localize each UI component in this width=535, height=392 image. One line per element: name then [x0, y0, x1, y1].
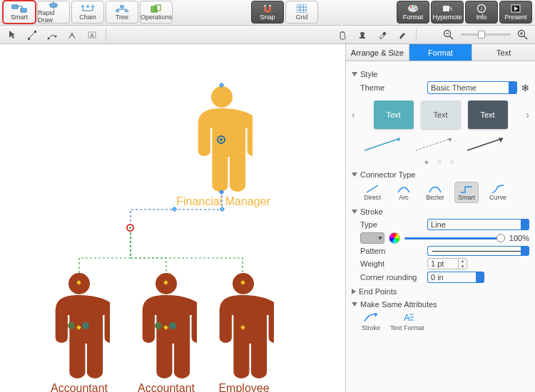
mode-tree[interactable]: Tree [106, 1, 138, 24]
mode-ops-label: Operations [141, 14, 172, 21]
brush-tool[interactable] [394, 28, 410, 42]
shape-employee[interactable] [213, 272, 274, 379]
chain-icon [80, 4, 96, 14]
corner-rounding-field[interactable]: 0 in [427, 272, 484, 283]
mode-format[interactable]: Format [397, 1, 429, 24]
svg-line-34 [450, 36, 454, 39]
arrow-style-3[interactable] [466, 136, 507, 152]
text-tool[interactable]: A [84, 28, 100, 42]
hand-tool[interactable] [335, 28, 350, 42]
shape-accountant-2[interactable] [136, 272, 197, 379]
label-accountant-1: Accountant [40, 382, 118, 392]
mode-info[interactable]: i Info [465, 1, 498, 24]
svg-rect-6 [120, 5, 124, 8]
label-employee: Employee [208, 382, 280, 392]
mode-present[interactable]: Present [499, 1, 532, 24]
theme-swatch-1[interactable]: Text [374, 100, 414, 129]
stroke-opacity-slider[interactable] [404, 237, 505, 239]
connector-direct[interactable]: Direct [360, 182, 384, 203]
rapid-draw-icon [46, 1, 61, 9]
svg-rect-32 [382, 31, 387, 36]
stroke-type-label: Type [360, 220, 423, 229]
svg-rect-22 [28, 38, 30, 40]
mode-cluster-right: Format Hypernote i Info Present [397, 1, 532, 24]
svg-point-25 [55, 35, 57, 37]
mode-snap-label: Snap [260, 14, 275, 21]
mode-info-label: Info [476, 14, 486, 21]
connector-arc[interactable]: Arc [392, 182, 416, 203]
mode-grid[interactable]: Grid [285, 1, 318, 24]
theme-swatch-2[interactable]: Text [421, 100, 461, 129]
svg-rect-9 [151, 6, 157, 12]
arrow-style-1[interactable] [363, 136, 404, 152]
svg-text:A: A [90, 32, 94, 38]
stroke-weight-field[interactable]: 1 pt▲▼ [427, 258, 467, 269]
mode-operations[interactable]: Operations [140, 1, 173, 24]
info-icon: i [477, 4, 486, 14]
svg-text:A: A [404, 312, 410, 323]
tab-format[interactable]: Format [409, 44, 473, 61]
swatch-next[interactable]: › [526, 109, 529, 120]
connector-bezier[interactable]: Bezier [423, 182, 447, 203]
junction-handle[interactable] [126, 224, 134, 232]
shape-accountant-1[interactable] [49, 272, 110, 379]
svg-point-16 [415, 8, 417, 9]
theme-select[interactable]: Basic Theme [427, 81, 517, 94]
mode-toolbar: Smart Rapid Draw Chain Tree Operations S… [0, 0, 535, 26]
svg-rect-8 [125, 10, 128, 12]
eyedropper-tool[interactable] [374, 28, 390, 42]
mode-cluster-center: Snap Grid [251, 1, 318, 24]
connector-curve[interactable]: Curve [486, 182, 510, 203]
stroke-pattern-select[interactable] [427, 246, 529, 256]
inspector-tabs: Arrange & Size Format Text [346, 44, 535, 61]
svg-rect-0 [12, 5, 18, 9]
mode-rapid-draw[interactable]: Rapid Draw [37, 1, 70, 24]
same-text-format-button[interactable]: A Text Format [390, 311, 424, 331]
svg-line-45 [416, 138, 452, 150]
section-stroke[interactable]: Stroke [352, 207, 529, 216]
mode-snap[interactable]: Snap [251, 1, 284, 24]
zoom-out-button[interactable] [441, 28, 457, 42]
line-tool[interactable] [24, 28, 40, 42]
mode-hypernote[interactable]: Hypernote [431, 1, 464, 24]
connector-smart[interactable]: Smart [454, 182, 479, 203]
same-stroke-button[interactable]: Stroke [362, 311, 380, 331]
mode-tree-label: Tree [116, 14, 128, 21]
connector-tool[interactable] [44, 28, 60, 42]
whisker-tool[interactable] [64, 28, 80, 42]
tab-text[interactable]: Text [472, 44, 535, 61]
tools-toolbar: A [0, 26, 535, 44]
stroke-type-select[interactable]: Line [427, 219, 529, 230]
svg-line-44 [365, 138, 400, 150]
color-picker-icon[interactable] [389, 232, 400, 244]
svg-rect-11 [264, 5, 266, 6]
svg-point-14 [410, 6, 412, 8]
section-connector-type[interactable]: Connector Type [352, 170, 529, 179]
zoom-in-button[interactable] [515, 28, 531, 42]
tab-arrange-size[interactable]: Arrange & Size [346, 44, 409, 61]
label-accountant-2: Accountant [127, 382, 205, 392]
section-make-same[interactable]: Make Same Attributes [352, 300, 529, 309]
mode-present-label: Present [504, 14, 526, 21]
mode-smart-label: Smart [11, 14, 28, 21]
weight-label: Weight [360, 259, 423, 268]
theme-swatch-3[interactable]: Text [468, 100, 508, 129]
section-style[interactable]: Style [352, 70, 529, 78]
gear-icon[interactable]: ✻ [521, 83, 529, 93]
pointer-tool[interactable] [4, 28, 20, 42]
section-end-points[interactable]: End Points [352, 287, 529, 296]
mode-cluster-left: Smart Rapid Draw Chain Tree Operations [3, 1, 173, 24]
swatch-prev[interactable]: ‹ [352, 109, 355, 120]
mode-chain[interactable]: Chain [71, 1, 104, 24]
stroke-color-well[interactable] [360, 232, 384, 244]
swatch-pager[interactable]: ● ○ ○ [352, 158, 529, 166]
zoom-slider[interactable] [461, 33, 511, 36]
arrow-style-2[interactable] [414, 136, 456, 152]
rounding-label: Corner rounding [360, 273, 423, 282]
stroke-opacity-value: 100% [509, 234, 529, 242]
svg-point-24 [48, 37, 50, 39]
stamp-tool[interactable] [355, 28, 370, 42]
drawing-canvas[interactable]: Financial Manager Accountant [0, 44, 345, 392]
mode-smart[interactable]: Smart [3, 1, 36, 24]
svg-rect-7 [116, 10, 119, 12]
